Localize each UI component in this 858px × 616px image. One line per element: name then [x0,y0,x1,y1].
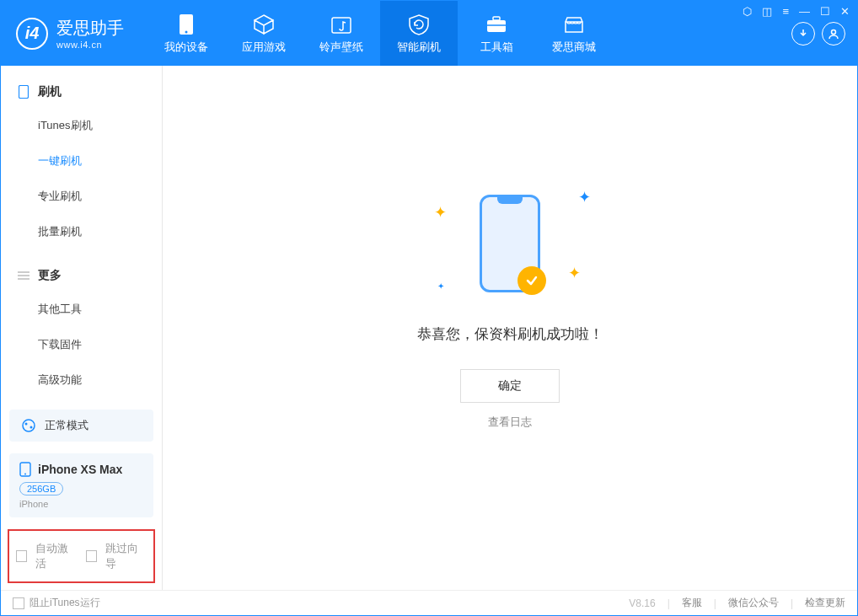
brand-url: www.i4.cn [56,40,124,50]
sidebar-item-advanced[interactable]: 高级功能 [1,362,162,398]
list-icon [16,271,31,281]
svg-point-1 [185,30,188,33]
device-type: iPhone [19,499,143,509]
maximize-icon[interactable]: ☐ [820,5,830,18]
check-update-link[interactable]: 检查更新 [805,596,845,610]
check-badge-icon [517,266,546,295]
sparkle-icon: ✦ [437,281,444,291]
header: i4 爱思助手 www.i4.cn 我的设备 应用游戏 铃声壁纸 智能刷机 工具… [1,1,857,66]
pin-icon[interactable]: ◫ [762,5,772,18]
tab-ringtones[interactable]: 铃声壁纸 [303,1,380,66]
sidebar-item-itunes-flash[interactable]: iTunes刷机 [1,108,162,143]
support-link[interactable]: 客服 [682,596,702,610]
device-name: iPhone XS Max [38,463,122,476]
svg-rect-3 [487,20,506,32]
success-message: 恭喜您，保资料刷机成功啦！ [417,324,603,344]
menu-icon[interactable]: ≡ [782,5,789,18]
store-icon [563,13,585,36]
ok-button[interactable]: 确定 [460,369,560,403]
top-tabs: 我的设备 应用游戏 铃声壁纸 智能刷机 工具箱 爱思商城 [147,1,613,66]
minimize-icon[interactable]: — [799,5,810,18]
logo-icon: i4 [16,18,48,50]
section-flash[interactable]: 刷机 [1,76,162,108]
tab-my-device[interactable]: 我的设备 [147,1,225,66]
user-button[interactable] [822,22,845,46]
normal-mode-icon [21,418,36,433]
cube-icon [253,13,275,36]
svg-rect-4 [493,17,500,20]
device-icon [179,13,194,36]
label-auto-activate: 自动激活 [35,541,77,571]
footer: 阻止iTunes运行 V8.16 | 客服 | 微信公众号 | 检查更新 [1,590,857,615]
tab-toolbox[interactable]: 工具箱 [458,1,535,66]
wechat-link[interactable]: 微信公众号 [728,596,779,610]
tab-store[interactable]: 爱思商城 [535,1,613,66]
sidebar-item-oneclick-flash[interactable]: 一键刷机 [1,143,162,179]
toolbox-icon [485,13,507,36]
checkbox-auto-activate[interactable] [16,550,27,562]
svg-point-11 [23,420,35,431]
window-controls: ⬡ ◫ ≡ — ☐ ✕ [743,5,850,18]
sidebar-item-batch-flash[interactable]: 批量刷机 [1,214,162,249]
close-icon[interactable]: ✕ [840,5,850,18]
tab-flash[interactable]: 智能刷机 [380,1,458,66]
checkbox-skip-guide[interactable] [86,550,97,562]
svg-point-13 [30,426,33,429]
label-skip-guide: 跳过向导 [105,541,147,571]
content: ✦ ✦ ✦ ✦ 恭喜您，保资料刷机成功啦！ 确定 查看日志 [163,66,857,590]
options-box: 自动激活 跳过向导 [8,529,155,583]
svg-point-6 [832,29,836,34]
tab-apps[interactable]: 应用游戏 [225,1,303,66]
checkbox-stop-itunes[interactable] [13,597,24,609]
device-storage: 256GB [19,482,63,495]
iphone-icon [19,462,31,477]
section-more[interactable]: 更多 [1,260,162,292]
refresh-shield-icon [408,13,430,36]
svg-point-12 [25,423,28,426]
sidebar-item-pro-flash[interactable]: 专业刷机 [1,179,162,214]
sidebar-item-download-firmware[interactable]: 下载固件 [1,327,162,362]
svg-point-15 [24,474,26,475]
sparkle-icon: ✦ [434,203,447,222]
brand-name: 爱思助手 [56,17,124,40]
phone-illustration [480,195,540,292]
success-illustration: ✦ ✦ ✦ ✦ [459,193,560,294]
label-stop-itunes: 阻止iTunes运行 [29,596,100,610]
device-card[interactable]: iPhone XS Max 256GB iPhone [9,453,153,517]
mode-box[interactable]: 正常模式 [9,410,153,442]
version-label: V8.16 [629,597,655,609]
music-folder-icon [331,13,351,36]
phone-icon [16,85,31,99]
view-log-link[interactable]: 查看日志 [488,415,532,430]
sparkle-icon: ✦ [578,188,591,206]
shirt-icon[interactable]: ⬡ [743,5,752,18]
sidebar-item-other-tools[interactable]: 其他工具 [1,292,162,327]
sidebar: 刷机 iTunes刷机 一键刷机 专业刷机 批量刷机 更多 其他工具 下载固件 … [1,66,163,590]
sparkle-icon: ✦ [568,264,581,282]
logo: i4 爱思助手 www.i4.cn [1,17,139,50]
svg-rect-7 [19,86,29,99]
download-button[interactable] [791,22,815,46]
